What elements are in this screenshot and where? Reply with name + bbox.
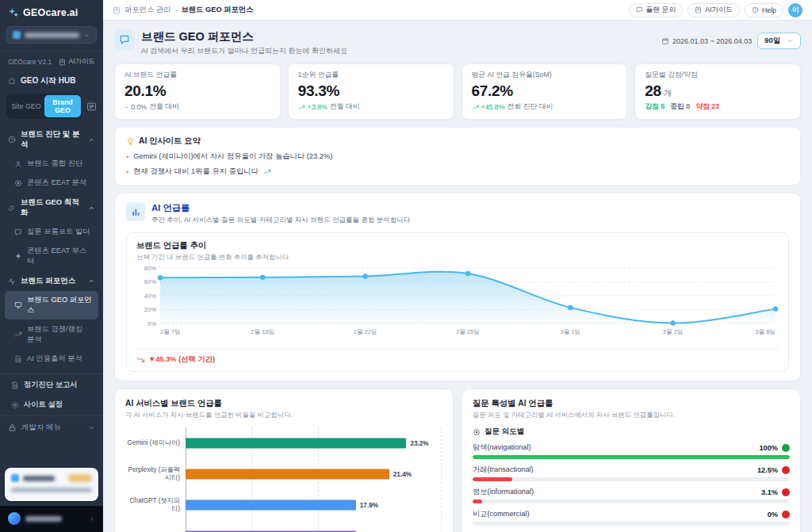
logo-text: GEOcare.ai	[23, 7, 78, 18]
intent-row: 정보(informational) 3.1%	[473, 487, 790, 503]
site-icon	[13, 31, 21, 39]
kpi-label: 평균 AI 언급 점유율(SoM)	[472, 71, 618, 80]
site-selector[interactable]	[6, 26, 97, 44]
sidebar-group-header[interactable]: 브랜드 GEO 최적화	[0, 193, 103, 222]
chevron-up-icon	[88, 205, 95, 212]
sidebar-item-geo-hub[interactable]: GEO 시작 HUB	[0, 71, 103, 91]
book-icon	[113, 6, 121, 14]
svg-text:80%: 80%	[144, 265, 156, 272]
service-label: ChatGPT (챗지피티)	[125, 497, 186, 513]
intent-card-title: 질문 특성별 AI 언급률	[473, 398, 790, 409]
intent-rows: 탐색(navigational) 100% 거래(transactional) …	[473, 442, 790, 526]
logo: GEOcare.ai	[0, 0, 103, 24]
sidebar-item[interactable]: 브랜드 종합 진단	[5, 155, 98, 173]
activity-icon	[8, 277, 16, 285]
kpi-value: 20.1%	[124, 82, 270, 100]
kpi-value: 67.2%	[472, 82, 618, 100]
ai-mention-section: AI 언급률 주간 추이, AI 서비스별·질문 의도별·카테고리별 자사 브랜…	[114, 193, 801, 381]
sidebar-item-dev-menu[interactable]: 개발자 메뉴	[0, 416, 103, 439]
svg-text:3월 8일: 3월 8일	[755, 328, 776, 335]
breadcrumb: 퍼포먼스 관리›브랜드 GEO 퍼포먼스	[113, 5, 253, 15]
site-name-redacted	[25, 33, 79, 38]
sidebar-ai-guide-link[interactable]: AI가이드	[59, 57, 95, 67]
service-card-title: AI 서비스별 브랜드 언급률	[125, 398, 442, 409]
svg-text:40%: 40%	[144, 293, 156, 300]
intent-mention-card: 질문 특성별 AI 언급률 질문 의도 및 카테고리별 AI 서비스에서의 자사…	[462, 388, 801, 532]
AI가이드-button[interactable]: AI가이드	[688, 3, 740, 17]
sidebar-notice-card[interactable]	[5, 468, 98, 501]
trend-up-icon	[472, 104, 479, 111]
sidebar-group-header[interactable]: 브랜드 진단 및 분석	[0, 124, 103, 154]
wrench-icon	[8, 204, 16, 212]
svg-text:2월 22일: 2월 22일	[354, 328, 377, 335]
chevron-down-icon	[83, 32, 90, 39]
intent-row: 탐색(navigational) 100%	[473, 442, 790, 459]
intent-label: 정보(informational)	[473, 487, 534, 497]
user-name-redacted	[25, 516, 62, 522]
trend-up-icon	[14, 331, 22, 339]
intent-value: 3.1%	[761, 488, 778, 496]
Help-button[interactable]: Help	[745, 3, 783, 17]
intent-value: 0%	[768, 511, 778, 519]
sidebar-group-header[interactable]: 브랜드 퍼포먼스	[0, 271, 103, 290]
avatar	[8, 512, 21, 525]
topbar: 퍼포먼스 관리›브랜드 GEO 퍼포먼스 플랜 문의AI가이드Help이	[103, 0, 812, 21]
status-dot	[782, 444, 790, 452]
sidebar-item[interactable]: 콘텐츠 EEAT 분석	[5, 174, 98, 192]
clock-icon	[8, 136, 16, 144]
range-select[interactable]: 90일	[757, 33, 801, 49]
trend-subtitle: 선택 기간 내 브랜드 언급률 변화 추이를 추적합니다	[136, 253, 779, 262]
main-content: 브랜드 GEO 퍼포먼스 AI 검색에서 우리 브랜드가 얼마나 언급되는지 한…	[103, 21, 812, 532]
sidebar-item[interactable]: 콘텐츠 EEAT 부스터	[5, 242, 98, 270]
svg-text:20%: 20%	[144, 306, 156, 313]
trend-chart-card: 브랜드 언급률 추이 선택 기간 내 브랜드 언급률 변화 추이를 추적합니다 …	[126, 232, 789, 372]
svg-text:3월 2일: 3월 2일	[663, 328, 684, 335]
sidebar-item[interactable]: 정기진단 보고서	[5, 376, 98, 394]
플랜 문의-button[interactable]: 플랜 문의	[629, 3, 684, 17]
brand-geo-tab[interactable]: Brand GEO	[44, 95, 81, 117]
page-subtitle: AI 검색에서 우리 브랜드가 얼마나 언급되는지 한눈에 확인하세요	[141, 46, 347, 56]
calendar-icon	[661, 37, 669, 45]
version-label: GEOcare V2.1	[8, 58, 52, 66]
notice-text-redacted	[11, 488, 92, 492]
lock-icon	[8, 423, 17, 432]
intent-value: 100%	[760, 444, 779, 452]
svg-text:2월 25일: 2월 25일	[456, 328, 480, 335]
chat-icon	[636, 6, 643, 13]
service-bar-value: 23.2%	[410, 439, 428, 446]
monitor-icon	[14, 301, 22, 309]
list-icon[interactable]	[86, 101, 97, 112]
guide-icon	[59, 59, 66, 66]
kpi-value: 28개	[645, 82, 791, 100]
service-mention-card: AI 서비스별 브랜드 언급률 각 AI 서비스가 자사 브랜드를 언급한 비율…	[114, 388, 454, 532]
chevron-up-icon	[88, 277, 95, 285]
site-geo-tab[interactable]: Site GEO	[8, 95, 44, 117]
service-bar	[186, 469, 389, 479]
kpi-card: 평균 AI 언급 점유율(SoM) 67.2% +45.8%전회 진단 대비	[462, 63, 628, 120]
sidebar-user[interactable]	[0, 506, 103, 532]
sidebar-item[interactable]: 사이트 설정	[5, 396, 98, 414]
sidebar-item[interactable]: 질문 프롬프트 빌더	[5, 223, 98, 241]
page-title-icon-box	[114, 29, 135, 50]
service-bar-chart: Gemini (제미나이) 23.2% Perplexity (퍼플렉시티) 2…	[125, 427, 442, 532]
trend-down-icon	[136, 355, 145, 364]
kpi-card: AI 브랜드 언급률 20.1% −0.0%전월 대비	[114, 63, 281, 120]
user-avatar[interactable]: 이	[788, 3, 802, 17]
intent-label: 비교(commercial)	[473, 509, 529, 519]
geo-mode-toggle: Site GEO Brand GEO	[6, 94, 82, 119]
sidebar-item[interactable]: AI 인용출처 분석	[5, 350, 98, 368]
logo-sparkle-icon	[8, 7, 19, 18]
svg-text:2월 18일: 2월 18일	[251, 328, 274, 335]
sidebar-item[interactable]: 브랜드 경쟁/랭킹 분석	[5, 320, 98, 349]
page-title: 브랜드 GEO 퍼포먼스	[141, 29, 347, 44]
sparkle-icon	[14, 252, 22, 260]
gear-icon	[11, 401, 19, 409]
chevron-down-icon	[787, 37, 794, 44]
home-icon	[8, 77, 16, 85]
breadcrumb-item[interactable]: 브랜드 GEO 퍼포먼스	[181, 5, 253, 15]
sidebar-item[interactable]: 브랜드 GEO 퍼포먼스	[5, 291, 98, 320]
intent-subsection-title: 질문 의도별	[485, 427, 524, 437]
breadcrumb-item[interactable]: 퍼포먼스 관리	[124, 5, 170, 15]
insight-title: AI 인사이트 요약	[139, 136, 201, 147]
kpi-chip: 강점 5	[645, 102, 665, 112]
